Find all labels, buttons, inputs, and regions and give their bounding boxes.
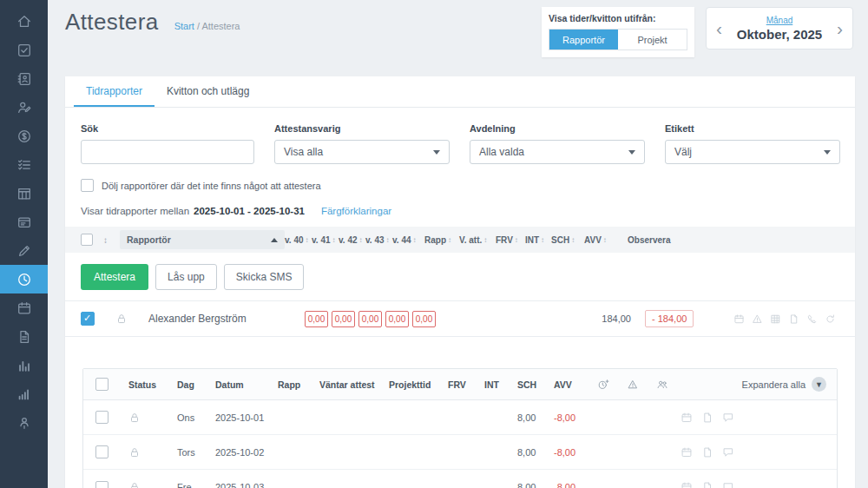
detail-select-all-checkbox[interactable] bbox=[95, 378, 108, 391]
clock-plus-icon[interactable] bbox=[592, 379, 621, 391]
expand-all-label: Expandera alla bbox=[742, 379, 806, 390]
sidebar-item-documents[interactable] bbox=[0, 322, 48, 351]
report-row[interactable]: Alexander Bergström 0,00 0,00 0,00 0,00 … bbox=[65, 300, 855, 337]
avdelning-label: Avdelning bbox=[470, 123, 645, 134]
next-month-button[interactable]: › bbox=[837, 19, 843, 37]
toggle-projekt-button[interactable]: Projekt bbox=[618, 30, 687, 49]
calendar-icon[interactable] bbox=[681, 412, 693, 424]
avv-value: - 184,00 bbox=[645, 310, 694, 327]
reporter-name[interactable]: Alexander Bergström bbox=[148, 313, 279, 325]
sidebar-item-home[interactable] bbox=[0, 7, 48, 36]
skicka-sms-button[interactable]: Skicka SMS bbox=[224, 264, 305, 290]
lock-icon bbox=[128, 446, 170, 458]
sort-icon: ↕ bbox=[306, 236, 309, 244]
sidebar-item-statistics[interactable] bbox=[0, 379, 48, 408]
note-icon[interactable] bbox=[701, 481, 713, 488]
sidebar-item-calendar[interactable] bbox=[0, 293, 48, 322]
week-value-cell[interactable]: 0,00 bbox=[358, 311, 382, 327]
hide-empty-checkbox[interactable] bbox=[81, 179, 94, 192]
detail-row-checkbox[interactable] bbox=[95, 481, 108, 488]
vatt-column-header[interactable]: V. att.↕ bbox=[459, 235, 496, 245]
sidebar-item-timecards[interactable] bbox=[0, 208, 48, 236]
period-range: 2025-10-01 - 2025-10-31 bbox=[194, 206, 305, 216]
report-table-header: ↕ Rapportör v. 40↕ v. 41↕ v. 42↕ v. 43↕ … bbox=[65, 227, 855, 253]
las-upp-button[interactable]: Lås upp bbox=[155, 264, 217, 290]
week-value-cell[interactable]: 0,00 bbox=[332, 311, 355, 327]
period-prefix: Visar tidrapporter mellan bbox=[81, 206, 189, 216]
week-column-header[interactable]: v. 40↕ bbox=[285, 235, 312, 245]
column-label: Observera bbox=[628, 235, 670, 245]
column-label: FRV bbox=[496, 235, 513, 245]
sidebar-item-staffing[interactable] bbox=[0, 408, 48, 437]
sidebar-item-employees[interactable] bbox=[0, 93, 48, 122]
date-cell: 2025-10-03 bbox=[208, 482, 271, 488]
week-column-header[interactable]: v. 43↕ bbox=[365, 235, 392, 245]
frv-column-header[interactable]: FRV↕ bbox=[496, 235, 525, 245]
row-checkbox[interactable] bbox=[81, 312, 95, 326]
calendar-icon[interactable] bbox=[681, 446, 693, 458]
legend-link[interactable]: Färgförklaringar bbox=[321, 206, 391, 216]
column-label: AVV bbox=[584, 235, 602, 245]
schedule-grid-icon[interactable] bbox=[770, 313, 781, 325]
detail-row-icons bbox=[681, 481, 837, 488]
week-column-header[interactable]: v. 42↕ bbox=[339, 235, 365, 245]
detail-row[interactable]: Ons 2025-10-01 8,00 -8,00 bbox=[83, 400, 837, 435]
week-column-header[interactable]: v. 44↕ bbox=[392, 235, 419, 245]
sidebar-item-contacts[interactable] bbox=[0, 64, 48, 93]
detail-row-checkbox[interactable] bbox=[95, 411, 108, 424]
group-icon[interactable] bbox=[651, 379, 681, 391]
phone-icon[interactable] bbox=[806, 313, 818, 325]
avv-column-header[interactable]: AVV↕ bbox=[584, 235, 619, 245]
week-column-header[interactable]: v. 41↕ bbox=[312, 235, 339, 245]
history-icon[interactable] bbox=[825, 313, 836, 325]
main-card: Tidrapporter Kvitton och utlägg Sök Atte… bbox=[65, 76, 855, 488]
calendar-icon[interactable] bbox=[733, 313, 745, 325]
week-value-cell[interactable]: 0,00 bbox=[412, 311, 436, 327]
rapp-column-header[interactable]: Rapp↕ bbox=[424, 235, 459, 245]
avdelning-value: Alla valda bbox=[479, 146, 524, 158]
toggle-rapportor-button[interactable]: Rapportör bbox=[549, 30, 618, 49]
detail-row-checkbox[interactable] bbox=[95, 445, 108, 458]
comment-icon[interactable] bbox=[722, 446, 734, 458]
sidebar-item-tasks[interactable] bbox=[0, 150, 48, 179]
search-input[interactable] bbox=[81, 140, 254, 164]
note-icon[interactable] bbox=[788, 313, 799, 325]
sidebar-item-schedule[interactable] bbox=[0, 179, 48, 208]
sidebar-item-salary[interactable] bbox=[0, 122, 48, 150]
sidebar-item-attest-time[interactable] bbox=[0, 265, 48, 293]
filter-search: Sök bbox=[81, 123, 254, 164]
int-column-header[interactable]: INT↕ bbox=[525, 235, 551, 245]
tab-tidrapporter[interactable]: Tidrapporter bbox=[74, 76, 155, 107]
note-icon[interactable] bbox=[701, 412, 713, 424]
calendar-icon[interactable] bbox=[681, 481, 693, 488]
prev-month-button[interactable]: ‹ bbox=[716, 19, 722, 37]
sidebar-item-sign[interactable] bbox=[0, 236, 48, 265]
comment-icon[interactable] bbox=[722, 481, 734, 488]
expand-all-button[interactable]: Expandera alla ▼ bbox=[681, 377, 837, 392]
sidebar-item-attest[interactable] bbox=[0, 36, 48, 64]
select-all-checkbox[interactable] bbox=[81, 234, 93, 246]
column-label: V. att. bbox=[459, 235, 482, 245]
breadcrumb-root-link[interactable]: Start bbox=[174, 21, 194, 31]
sort-icon: ↕ bbox=[413, 236, 417, 244]
sidebar-item-reports[interactable] bbox=[0, 351, 48, 379]
note-icon[interactable] bbox=[701, 446, 713, 458]
avdelning-select[interactable]: Alla valda bbox=[470, 140, 645, 164]
month-mode-link[interactable]: Månad bbox=[737, 16, 822, 25]
week-value-cell[interactable]: 0,00 bbox=[305, 311, 328, 327]
attestera-button[interactable]: Attestera bbox=[81, 264, 148, 290]
rapportor-column-header[interactable]: Rapportör bbox=[120, 230, 285, 249]
absence-warning-icon[interactable] bbox=[752, 313, 763, 325]
detail-row[interactable]: Fre 2025-10-03 8,00 -8,00 bbox=[83, 470, 837, 488]
comment-icon[interactable] bbox=[722, 412, 734, 424]
day-cell: Fre bbox=[170, 482, 208, 488]
detail-row[interactable]: Tors 2025-10-02 8,00 -8,00 bbox=[83, 435, 837, 470]
tab-kvitton[interactable]: Kvitton och utlägg bbox=[155, 76, 261, 107]
attestansvarig-select[interactable]: Visa alla bbox=[274, 140, 450, 164]
absence-warning-icon[interactable] bbox=[621, 379, 651, 391]
etikett-select[interactable]: Välj bbox=[665, 140, 840, 164]
detail-table: Status Dag Datum Rapp Väntar attest Proj… bbox=[82, 368, 838, 488]
sch-column-header[interactable]: SCH↕ bbox=[551, 235, 584, 245]
sort-icon[interactable]: ↕ bbox=[103, 235, 108, 245]
week-value-cell[interactable]: 0,00 bbox=[385, 311, 409, 327]
